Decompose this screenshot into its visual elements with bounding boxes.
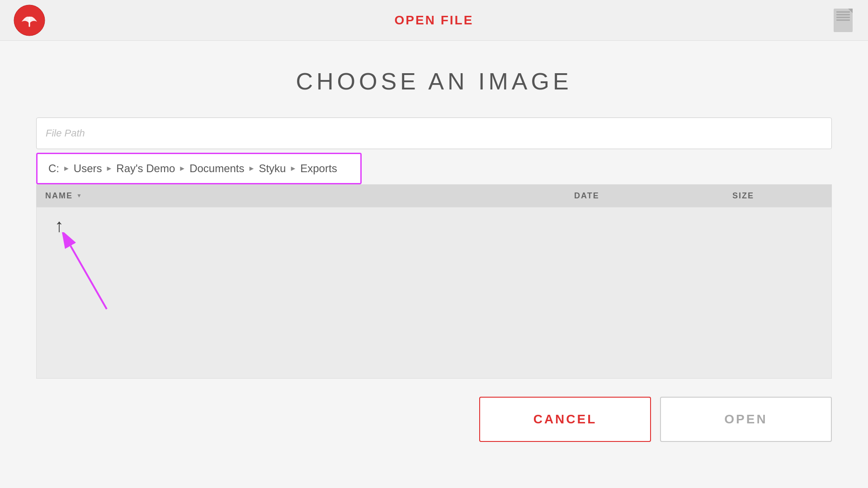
doc-line-1 (836, 11, 850, 13)
main-content: CHOOSE AN IMAGE C: ► Users ► Ray's Demo … (0, 41, 868, 460)
file-list-header: NAME ▼ DATE SIZE (36, 184, 832, 207)
doc-icon (834, 9, 853, 32)
breadcrumb-sep-4: ► (248, 164, 255, 173)
svg-line-3 (71, 246, 107, 309)
sort-arrow-icon: ▼ (76, 192, 83, 199)
header-title: OPEN FILE (395, 13, 474, 28)
breadcrumb-users[interactable]: Users (74, 162, 102, 175)
breadcrumb-sep-5: ► (289, 164, 297, 173)
open-button[interactable]: OPEN (660, 397, 832, 442)
doc-line-4 (836, 19, 850, 21)
up-arrow-icon: ↑ (55, 216, 64, 235)
breadcrumb-sep-3: ► (179, 164, 186, 173)
document-icon-header[interactable] (832, 7, 854, 34)
file-path-input[interactable] (36, 117, 832, 149)
column-date-label: DATE (574, 191, 599, 200)
file-dialog: C: ► Users ► Ray's Demo ► Documents ► St… (36, 117, 832, 379)
column-size-header[interactable]: SIZE (732, 191, 823, 201)
cancel-button[interactable]: CANCEL (479, 397, 651, 442)
page-heading: CHOOSE AN IMAGE (296, 68, 572, 95)
buttons-row: CANCEL OPEN (36, 397, 832, 442)
breadcrumb-demo[interactable]: Ray's Demo (116, 162, 175, 175)
column-date-header[interactable]: DATE (574, 191, 732, 201)
column-name-label: NAME (45, 191, 73, 201)
navigate-up-button[interactable]: ↑ (55, 216, 64, 235)
breadcrumb-drive[interactable]: C: (48, 162, 59, 175)
app-logo (14, 5, 45, 36)
column-size-label: SIZE (732, 191, 754, 200)
breadcrumb-styku[interactable]: Styku (259, 162, 286, 175)
doc-line-2 (836, 14, 850, 15)
column-name-header[interactable]: NAME ▼ (45, 191, 574, 201)
file-list-body[interactable]: ↑ (36, 207, 832, 379)
breadcrumb-documents[interactable]: Documents (189, 162, 244, 175)
annotation-arrow (61, 232, 116, 314)
app-header: OPEN FILE (0, 0, 868, 41)
breadcrumb-sep-2: ► (106, 164, 113, 173)
doc-line-3 (836, 17, 850, 18)
breadcrumb-exports[interactable]: Exports (300, 162, 337, 175)
breadcrumb-nav[interactable]: C: ► Users ► Ray's Demo ► Documents ► St… (36, 153, 362, 184)
breadcrumb-sep-1: ► (63, 164, 70, 173)
